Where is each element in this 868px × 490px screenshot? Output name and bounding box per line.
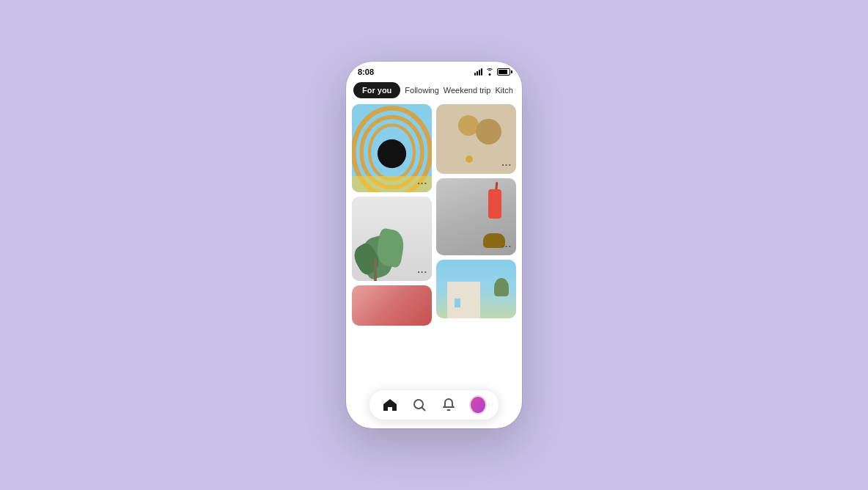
pin-pink[interactable] [352,285,432,326]
avatar [469,395,487,414]
tab-weekend-trip[interactable]: Weekend trip [444,86,491,95]
masonry-grid: ··· ··· [352,104,516,326]
pin-more-3[interactable]: ··· [501,241,512,252]
right-column: ··· ··· [436,104,516,326]
notifications-nav-button[interactable] [440,396,457,414]
svg-point-6 [414,400,423,409]
pin-building[interactable] [436,260,516,318]
tab-kitchen[interactable]: Kitch [495,86,512,95]
battery-icon [497,68,510,76]
pin-fruits[interactable]: ··· [436,104,516,174]
search-nav-button[interactable] [411,396,428,414]
tab-following[interactable]: Following [405,86,438,95]
status-time: 8:08 [358,67,374,76]
bottom-nav [369,390,499,420]
pin-drink[interactable]: ··· [436,178,516,255]
status-icons [474,68,510,76]
svg-point-4 [378,139,406,168]
pin-more-4[interactable]: ··· [417,266,427,277]
pin-architecture[interactable]: ··· [352,104,432,192]
left-column: ··· ··· [352,104,432,326]
phone-frame: 8:08 For you Following Weekend trip Kitc… [346,62,522,428]
pin-more-1[interactable]: ··· [417,178,427,189]
content-area: ··· ··· [346,104,522,428]
profile-nav-button[interactable] [469,396,487,414]
status-bar: 8:08 [346,62,522,79]
pin-plant[interactable]: ··· [352,197,432,281]
tab-for-you[interactable]: For you [353,82,400,98]
wifi-icon [485,69,494,76]
svg-line-7 [422,408,426,412]
pin-more-2[interactable]: ··· [501,159,512,170]
home-nav-button[interactable] [381,396,399,414]
signal-icon [474,68,482,76]
tab-bar: For you Following Weekend trip Kitch [346,79,522,104]
